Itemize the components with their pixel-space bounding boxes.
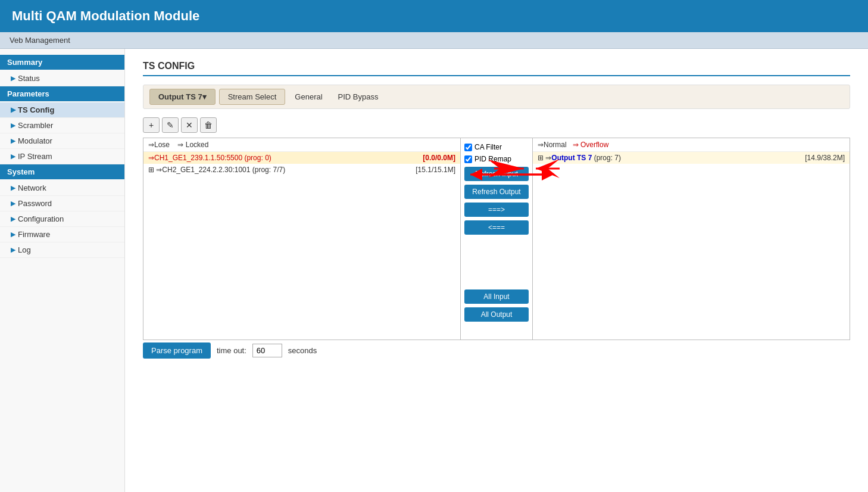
arrow-icon: ▶ — [11, 137, 15, 145]
sidebar-item-configuration[interactable]: ▶ Configuration — [0, 211, 124, 227]
output-ts7-name: Output TS 7 — [551, 154, 592, 162]
tab-pid-bypass[interactable]: PID Bypass — [332, 89, 385, 104]
backward-button[interactable]: <=== — [464, 220, 529, 235]
add-button[interactable]: + — [143, 117, 160, 133]
close-icon: ✕ — [186, 120, 193, 130]
output-ts7-rate: [14.9/38.2M] — [805, 154, 845, 162]
pid-remap-label: PID Remap — [474, 155, 511, 163]
page-header: Multi QAM Modulation Module — [0, 0, 868, 32]
middle-controls: CA Filter PID Remap Refresh Input Refres… — [461, 138, 532, 340]
overflow-label: ⇒ Overflow — [573, 141, 609, 149]
pid-remap-checkbox[interactable] — [464, 155, 472, 163]
sidebar-item-network[interactable]: ▶ Network — [0, 180, 124, 196]
ch2-label: ⊞ ⇒CH2_GE1_224.2.2.30:1001 (prog: 7/7) — [148, 166, 285, 174]
pid-remap-row: PID Remap — [464, 155, 529, 163]
sidebar-section-parameters: Parameters — [0, 86, 124, 101]
sidebar-section-system: System — [0, 164, 124, 179]
main-layout: Summary ▶ Status Parameters ▶ TS Config … — [0, 49, 868, 492]
trash-icon: 🗑 — [204, 120, 213, 130]
arrow-icon: ▶ — [11, 184, 15, 192]
sidebar-item-ip-stream[interactable]: ▶ IP Stream — [0, 149, 124, 164]
input-item-ch1[interactable]: ⇒CH1_GE1_239.1.1.50:5500 (prog: 0) [0.0/… — [143, 152, 460, 164]
sub-nav: Veb Management — [0, 32, 868, 49]
ch2-rate: [15.1/15.1M] — [416, 166, 455, 174]
sidebar-item-firmware[interactable]: ▶ Firmware — [0, 227, 124, 242]
input-legend: ⇒Lose ⇒ Locked — [143, 138, 460, 152]
arrow-icon: ▶ — [11, 122, 15, 129]
ca-filter-label: CA Filter — [474, 143, 502, 151]
ch1-label: ⇒CH1_GE1_239.1.1.50:5500 (prog: 0) — [148, 154, 271, 162]
arrow-icon: ▶ — [11, 106, 15, 114]
seconds-label: seconds — [288, 346, 317, 355]
refresh-input-button[interactable]: Refresh Input — [464, 167, 529, 181]
sidebar-item-log[interactable]: ▶ Log — [0, 242, 124, 258]
all-output-button[interactable]: All Output — [464, 307, 529, 322]
parse-program-button[interactable]: Parse program — [143, 342, 211, 359]
lose-label: ⇒Lose — [148, 141, 170, 149]
output-ts7-prog: (prog: 7) — [594, 154, 621, 162]
arrow-icon: ▶ — [11, 200, 15, 207]
sidebar-item-ts-config[interactable]: ▶ TS Config — [0, 102, 124, 118]
output-legend: ⇒Normal ⇒ Overflow — [533, 138, 850, 152]
trash-button[interactable]: 🗑 — [200, 117, 217, 133]
tab-output-ts[interactable]: Output TS 7▾ — [149, 89, 216, 105]
output-item-ts7[interactable]: ⊞ ⇒Output TS 7 (prog: 7) [14.9/38.2M] — [533, 152, 850, 164]
ca-filter-checkbox[interactable] — [464, 144, 472, 151]
sub-nav-text: Veb Management — [10, 36, 70, 45]
sidebar-item-scrambler[interactable]: ▶ Scrambler — [0, 118, 124, 133]
locked-label: ⇒ Locked — [177, 141, 208, 149]
edit-icon: ✎ — [167, 120, 174, 130]
refresh-output-button[interactable]: Refresh Output — [464, 185, 529, 199]
page-title: TS CONFIG — [143, 61, 850, 76]
sidebar: Summary ▶ Status Parameters ▶ TS Config … — [0, 49, 125, 492]
output-ts7-label: ⊞ ⇒Output TS 7 (prog: 7) — [538, 154, 621, 162]
sidebar-section-summary: Summary — [0, 55, 124, 70]
tab-stream-select[interactable]: Stream Select — [219, 89, 286, 105]
edit-button[interactable]: ✎ — [162, 117, 179, 133]
main-content: TS CONFIG Output TS 7▾ Stream Select Gen… — [125, 49, 868, 492]
sidebar-item-password[interactable]: ▶ Password — [0, 196, 124, 211]
arrow-icon: ▶ — [11, 74, 15, 82]
bottom-bar: Parse program time out: seconds — [143, 342, 850, 359]
all-input-button[interactable]: All Input — [464, 289, 529, 304]
toolbar: + ✎ ✕ 🗑 — [143, 117, 850, 133]
delete-button[interactable]: ✕ — [181, 117, 198, 133]
normal-label: ⇒Normal — [538, 141, 567, 149]
timeout-label: time out: — [217, 346, 246, 355]
tab-general[interactable]: General — [289, 89, 328, 104]
ca-filter-row: CA Filter — [464, 143, 529, 151]
ch1-rate: [0.0/0.0M] — [423, 154, 455, 162]
sidebar-item-status[interactable]: ▶ Status — [0, 71, 124, 86]
input-item-ch2[interactable]: ⊞ ⇒CH2_GE1_224.2.2.30:1001 (prog: 7/7) [… — [143, 164, 460, 176]
input-stream-panel: ⇒Lose ⇒ Locked ⇒CH1_GE1_239.1.1.50:5500 … — [143, 138, 461, 340]
timeout-input[interactable] — [252, 344, 282, 357]
output-stream-panel: ⇒Normal ⇒ Overflow ⊞ ⇒Output TS 7 (prog:… — [532, 138, 850, 340]
arrow-icon: ▶ — [11, 215, 15, 223]
forward-button[interactable]: ===> — [464, 203, 529, 217]
panels-wrapper: ⇒Lose ⇒ Locked ⇒CH1_GE1_239.1.1.50:5500 … — [143, 138, 850, 340]
header-title: Multi QAM Modulation Module — [12, 8, 199, 23]
tab-bar: Output TS 7▾ Stream Select General PID B… — [143, 85, 850, 109]
sidebar-item-modulator[interactable]: ▶ Modulator — [0, 133, 124, 149]
arrow-icon: ▶ — [11, 152, 15, 160]
arrow-icon: ▶ — [11, 246, 15, 254]
arrow-icon: ▶ — [11, 231, 15, 238]
